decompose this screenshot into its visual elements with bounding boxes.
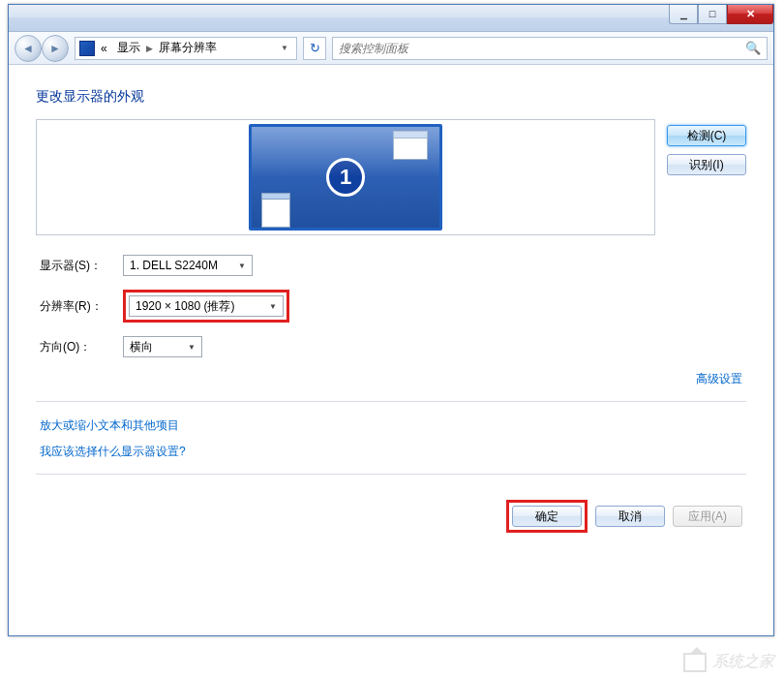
monitor-row: 显示器(S)： 1. DELL S2240M ▼ [40, 255, 746, 276]
content-area: 更改显示器的外观 1 检测(C) 识别(I) 显示器(S)： 1. DELL S… [9, 65, 773, 556]
text-size-link[interactable]: 放大或缩小文本和其他项目 [40, 418, 179, 432]
advanced-settings-link[interactable]: 高级设置 [696, 372, 742, 385]
watermark-text: 系统之家 [712, 652, 774, 672]
monitor-graphic[interactable]: 1 [249, 124, 442, 231]
page-heading: 更改显示器的外观 [36, 88, 746, 106]
search-icon[interactable]: 🔍 [745, 41, 761, 55]
orientation-label: 方向(O)： [40, 339, 123, 355]
navigation-bar: ◄ ► « 显示 ▶ 屏幕分辨率 ▼ ↻ 🔍 [9, 32, 773, 65]
monitor-label: 显示器(S)： [40, 258, 123, 274]
refresh-button[interactable]: ↻ [303, 37, 326, 60]
ok-button[interactable]: 确定 [512, 506, 582, 527]
breadcrumb-back[interactable]: « [97, 42, 111, 55]
which-settings-link[interactable]: 我应该选择什么显示器设置? [40, 445, 186, 458]
window-frame: ▁ ☐ ✕ ◄ ► « 显示 ▶ 屏幕分辨率 ▼ ↻ 🔍 更改显示器的外观 [8, 4, 774, 636]
apply-button[interactable]: 应用(A) [673, 506, 742, 527]
help-links: 放大或缩小文本和其他项目 我应该选择什么显示器设置? [40, 417, 746, 460]
detect-button[interactable]: 检测(C) [667, 125, 746, 146]
breadcrumb-display[interactable]: 显示 [113, 40, 144, 56]
breadcrumb-separator-icon: ▶ [146, 44, 153, 53]
chevron-down-icon: ▼ [261, 302, 277, 311]
watermark: 系统之家 [683, 652, 774, 672]
ok-highlight: 确定 [506, 500, 588, 533]
footer-buttons: 确定 取消 应用(A) [36, 500, 746, 533]
advanced-link-row: 高级设置 [36, 371, 742, 387]
breadcrumb-current[interactable]: 屏幕分辨率 [155, 40, 221, 56]
mini-window-icon [393, 131, 428, 160]
settings-form: 显示器(S)： 1. DELL S2240M ▼ 分辨率(R)： 1920 × … [40, 255, 746, 357]
forward-button[interactable]: ► [42, 35, 69, 62]
preview-side-buttons: 检测(C) 识别(I) [667, 119, 746, 235]
chevron-down-icon: ▼ [180, 343, 196, 352]
search-box[interactable]: 🔍 [332, 37, 768, 60]
divider [36, 401, 746, 402]
resolution-row: 分辨率(R)： 1920 × 1080 (推荐) ▼ [40, 290, 746, 323]
cancel-button[interactable]: 取消 [595, 506, 665, 527]
chevron-down-icon: ▼ [230, 262, 246, 270]
resolution-dropdown[interactable]: 1920 × 1080 (推荐) ▼ [129, 295, 284, 317]
titlebar[interactable]: ▁ ☐ ✕ [9, 5, 773, 32]
nav-arrows: ◄ ► [15, 35, 69, 62]
breadcrumb-dropdown-icon[interactable]: ▼ [277, 44, 292, 52]
monitor-dropdown[interactable]: 1. DELL S2240M ▼ [123, 255, 253, 276]
control-panel-icon [79, 41, 95, 56]
orientation-row: 方向(O)： 横向 ▼ [40, 336, 746, 357]
maximize-button[interactable]: ☐ [698, 5, 727, 24]
resolution-value: 1920 × 1080 (推荐) [136, 298, 234, 315]
orientation-value: 横向 [130, 339, 153, 355]
minimize-button[interactable]: ▁ [669, 5, 698, 24]
display-preview-row: 1 检测(C) 识别(I) [36, 119, 746, 235]
resolution-highlight: 1920 × 1080 (推荐) ▼ [123, 290, 289, 323]
search-input[interactable] [339, 42, 745, 55]
house-icon [683, 653, 707, 672]
identify-button[interactable]: 识别(I) [667, 154, 746, 175]
breadcrumb[interactable]: « 显示 ▶ 屏幕分辨率 ▼ [75, 37, 297, 60]
window-controls: ▁ ☐ ✕ [669, 5, 773, 24]
orientation-dropdown[interactable]: 横向 ▼ [123, 336, 202, 357]
divider [36, 474, 746, 475]
mini-window-icon [261, 193, 290, 228]
monitor-value: 1. DELL S2240M [130, 259, 218, 272]
display-preview[interactable]: 1 [36, 119, 655, 235]
resolution-label: 分辨率(R)： [40, 298, 123, 315]
back-button[interactable]: ◄ [15, 35, 42, 62]
monitor-number-badge: 1 [326, 158, 365, 197]
close-button[interactable]: ✕ [727, 5, 773, 24]
